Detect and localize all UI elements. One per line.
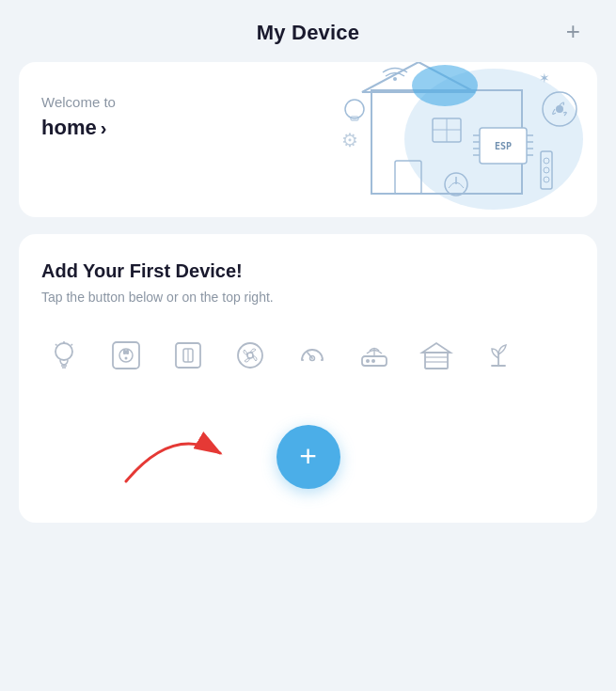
svg-text:⚙: ⚙	[341, 130, 358, 150]
svg-rect-57	[425, 353, 448, 369]
svg-rect-39	[123, 350, 126, 354]
header: My Device +	[19, 0, 597, 62]
svg-point-18	[556, 105, 563, 113]
svg-rect-40	[126, 350, 129, 354]
svg-point-54	[371, 359, 375, 363]
svg-line-36	[71, 344, 73, 346]
welcome-illustration: ESP	[296, 62, 597, 217]
header-add-button[interactable]: +	[559, 15, 588, 47]
add-button-container: +	[41, 416, 575, 489]
home-chevron: ›	[101, 118, 107, 139]
bulb-icon	[41, 333, 87, 378]
svg-point-31	[55, 343, 72, 360]
welcome-text-block: Welcome to home ›	[41, 85, 116, 140]
add-device-button[interactable]: +	[276, 425, 340, 489]
garage-icon	[414, 333, 459, 378]
home-link[interactable]: home ›	[41, 116, 116, 140]
svg-rect-37	[113, 342, 139, 369]
svg-marker-56	[422, 343, 450, 353]
svg-point-41	[125, 357, 128, 360]
svg-point-53	[366, 359, 370, 363]
gauge-icon	[290, 333, 335, 378]
add-device-title: Add Your First Device!	[41, 260, 575, 282]
svg-point-46	[247, 353, 253, 358]
home-label: home	[41, 116, 97, 140]
svg-point-30	[412, 65, 478, 106]
welcome-card: Welcome to home ›	[19, 62, 597, 217]
arrow-indicator	[98, 406, 286, 491]
switch-icon	[166, 333, 211, 378]
outlet-icon	[103, 333, 149, 378]
welcome-to-label: Welcome to	[41, 94, 116, 110]
svg-text:✶: ✶	[539, 71, 550, 86]
svg-point-45	[238, 343, 262, 368]
illustration-svg: ESP	[306, 62, 588, 217]
plant-icon	[476, 333, 521, 378]
svg-point-19	[393, 77, 397, 81]
svg-line-35	[55, 344, 57, 346]
plus-icon: +	[299, 441, 317, 471]
device-icons-row	[41, 333, 575, 378]
devices-card: Add Your First Device! Tap the button be…	[19, 234, 597, 523]
page-title: My Device	[257, 21, 359, 45]
svg-text:ESP: ESP	[495, 141, 512, 151]
svg-point-22	[345, 100, 364, 118]
add-device-subtitle: Tap the button below or on the top right…	[41, 290, 575, 305]
router-icon	[352, 333, 397, 378]
fan-icon	[228, 333, 273, 378]
page-container: My Device + Welcome to home ›	[0, 0, 616, 691]
